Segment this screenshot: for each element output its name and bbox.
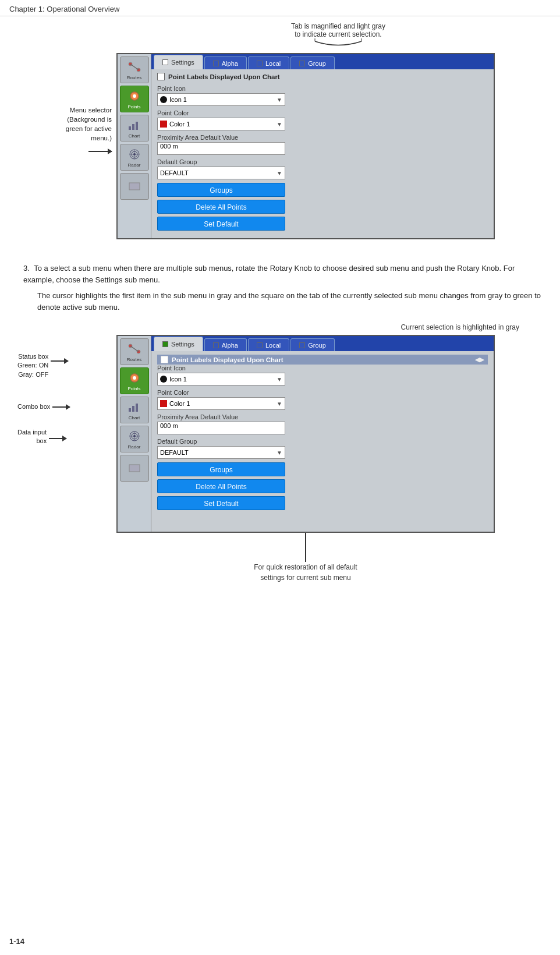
chart-icon-2 xyxy=(127,401,141,413)
field-group-color: Point Color Color 1 ▼ xyxy=(157,109,488,130)
bottom-annotation-container: For quick restoration of all default set… xyxy=(254,533,357,583)
brace-svg xyxy=(309,38,367,50)
routes-icon-2 xyxy=(127,343,141,355)
annotation-data-input-box: Data inputbox xyxy=(17,428,47,446)
svg-rect-23 xyxy=(136,404,138,412)
tab-alpha-1[interactable]: Alpha xyxy=(204,56,247,69)
device-screenshot-2: Routes Points xyxy=(116,335,495,533)
extra-icon-2 xyxy=(127,462,141,474)
annotation-status-box: Status boxGreen: ONGray: OFF xyxy=(17,352,48,379)
left-annotations-section2: Status boxGreen: ONGray: OFF Combo box xyxy=(17,352,116,445)
svg-rect-22 xyxy=(132,406,134,412)
field-select-icon-2[interactable]: Icon 1 ▼ xyxy=(157,373,285,385)
svg-rect-21 xyxy=(129,408,131,412)
svg-rect-29 xyxy=(129,465,140,472)
bottom-callout: For quick restoration of all default set… xyxy=(254,562,357,583)
field-group-icon: Point Icon Icon 1 ▼ xyxy=(157,85,488,106)
tab-bar-2: Settings Alpha Local xyxy=(151,336,494,351)
sidebar-btn-points[interactable]: Points xyxy=(120,86,149,112)
svg-rect-15 xyxy=(129,183,140,190)
field-select-color-2[interactable]: Color 1 ▼ xyxy=(157,397,285,410)
color-swatch-red-2 xyxy=(160,400,167,407)
device-screenshot-1: Routes Points xyxy=(116,53,495,239)
field-label-proximity: Proximity Area Default Value xyxy=(157,134,488,141)
annotation-combo-box: Combo box xyxy=(17,402,50,411)
svg-point-20 xyxy=(133,376,136,380)
field-label-color: Point Color xyxy=(157,109,488,116)
field-label-icon-2: Point Icon xyxy=(157,365,488,372)
sidebar-btn-routes[interactable]: Routes xyxy=(120,56,149,83)
tab-group-1[interactable]: Group xyxy=(290,56,335,69)
svg-rect-8 xyxy=(132,124,134,130)
sidebar-btn-chart[interactable]: Chart xyxy=(120,115,149,142)
field-group-icon-2: Point Icon Icon 1 ▼ xyxy=(157,365,488,385)
chevron-down-icon-6: ▼ xyxy=(277,450,282,456)
routes-icon xyxy=(127,61,141,73)
field-group-color-2: Point Color Color 1 ▼ xyxy=(157,389,488,410)
body-text-block: 3. To a select a sub menu when there are… xyxy=(17,263,543,313)
field-label-default-group: Default Group xyxy=(157,158,488,165)
section-checkbox-1[interactable] xyxy=(157,73,165,80)
panel-content-2: Point Labels Displayed Upon Chart ◀▶ Poi… xyxy=(151,351,494,532)
field-group-default-group-2: Default Group DEFAULT ▼ xyxy=(157,438,488,459)
top-callout-line2: to indicate current selection. xyxy=(291,30,385,38)
device-sidebar-1: Routes Points xyxy=(118,54,151,238)
panel-content-1: Point Labels Displayed Upon Chart Point … xyxy=(151,69,494,238)
field-select-default-group[interactable]: DEFAULT ▼ xyxy=(157,167,285,179)
sidebar-btn-radar[interactable]: Radar xyxy=(120,144,149,171)
field-label-proximity-2: Proximity Area Default Value xyxy=(157,413,488,420)
field-label-icon: Point Icon xyxy=(157,85,488,92)
icon-color-swatch xyxy=(160,96,167,103)
btn-delete-all-points-1[interactable]: Delete All Points xyxy=(157,200,285,214)
section-checkbox-2[interactable] xyxy=(161,356,168,363)
btn-groups-1[interactable]: Groups xyxy=(157,183,285,197)
field-select-default-group-2[interactable]: DEFAULT ▼ xyxy=(157,446,285,459)
tab-settings-2[interactable]: Settings xyxy=(154,337,203,351)
sidebar-btn-routes-2[interactable]: Routes xyxy=(120,338,149,365)
sidebar-btn-chart-2[interactable]: Chart xyxy=(120,397,149,423)
field-group-default-group: Default Group DEFAULT ▼ xyxy=(157,158,488,179)
chevron-down-icon: ▼ xyxy=(277,97,282,103)
field-group-proximity-2: Proximity Area Default Value 000 m xyxy=(157,413,488,434)
tab-group-2[interactable]: Group xyxy=(290,338,335,351)
sidebar-btn-points-2[interactable]: Points xyxy=(120,367,149,394)
tab-alpha-2[interactable]: Alpha xyxy=(204,338,247,351)
tab-local-1[interactable]: Local xyxy=(248,56,289,69)
selection-arrow-indicator: ◀▶ xyxy=(475,356,484,363)
chevron-down-icon-5: ▼ xyxy=(277,401,282,407)
field-select-icon[interactable]: Icon 1 ▼ xyxy=(157,93,285,106)
radar-icon xyxy=(127,148,141,160)
sidebar-btn-extra-2[interactable] xyxy=(120,455,149,482)
color-swatch-red xyxy=(160,121,167,128)
points-icon xyxy=(127,90,141,102)
svg-point-6 xyxy=(133,94,136,98)
sidebar-btn-extra[interactable] xyxy=(120,173,149,200)
top-callout-line1: Tab is magnified and light gray xyxy=(291,22,385,30)
btn-set-default-1[interactable]: Set Default xyxy=(157,217,285,231)
page-footer: 1-14 xyxy=(9,937,24,946)
svg-line-18 xyxy=(130,346,139,352)
field-group-proximity: Proximity Area Default Value 000 m xyxy=(157,134,488,155)
tab-local-2[interactable]: Local xyxy=(248,338,289,351)
tab-bar-1: Settings Alpha Local xyxy=(151,54,494,69)
icon-color-swatch-2 xyxy=(160,376,167,383)
points-icon-2 xyxy=(127,372,141,384)
chart-icon xyxy=(127,119,141,131)
section-header-1: Point Labels Displayed Upon Chart xyxy=(157,73,488,80)
chevron-down-icon-4: ▼ xyxy=(277,376,282,383)
svg-rect-9 xyxy=(136,122,138,130)
device-sidebar-2: Routes Points xyxy=(118,336,151,532)
field-label-color-2: Point Color xyxy=(157,389,488,396)
section-header-highlighted: Point Labels Displayed Upon Chart ◀▶ xyxy=(157,355,488,365)
btn-set-default-2[interactable]: Set Default xyxy=(157,496,285,510)
field-label-default-group-2: Default Group xyxy=(157,438,488,445)
sidebar-btn-radar-2[interactable]: Radar xyxy=(120,426,149,452)
tab-settings-1[interactable]: Settings xyxy=(154,55,203,69)
callout-current-selection: Current selection is highlighted in gray xyxy=(401,323,519,331)
svg-line-4 xyxy=(130,64,139,70)
field-input-proximity-2[interactable]: 000 m xyxy=(157,422,285,434)
field-select-color[interactable]: Color 1 ▼ xyxy=(157,118,285,130)
btn-delete-all-points-2[interactable]: Delete All Points xyxy=(157,479,285,493)
btn-groups-2[interactable]: Groups xyxy=(157,462,285,476)
field-input-proximity[interactable]: 000 m xyxy=(157,142,285,155)
